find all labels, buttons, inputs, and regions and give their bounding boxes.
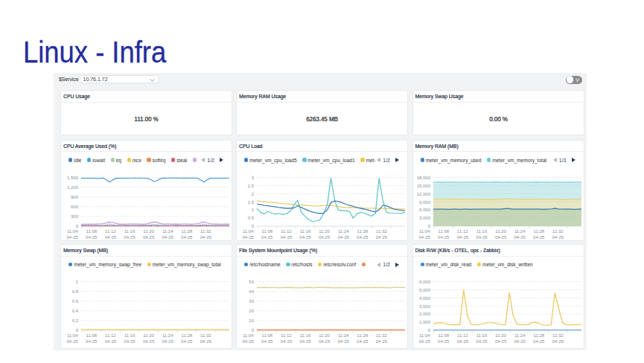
svg-text:04-25: 04-25 — [67, 235, 79, 240]
svg-text:12,000: 12,000 — [416, 191, 430, 196]
svg-text:0: 0 — [427, 224, 430, 228]
svg-text:1.5: 1.5 — [248, 199, 255, 204]
svg-text:11:24: 11:24 — [338, 229, 349, 234]
svg-text:11:28: 11:28 — [182, 333, 193, 338]
svg-text:11:32: 11:32 — [200, 333, 211, 338]
svg-text:11:12: 11:12 — [457, 333, 468, 338]
svg-text:11:12: 11:12 — [105, 333, 116, 338]
svg-text:11:04: 11:04 — [67, 229, 78, 234]
svg-text:30: 30 — [249, 299, 254, 303]
svg-text:1,500: 1,500 — [67, 175, 79, 179]
svg-text:11:28: 11:28 — [357, 229, 369, 234]
svg-text:04-25: 04-25 — [86, 235, 98, 240]
svg-text:20: 20 — [249, 309, 254, 313]
svg-text:04-25: 04-25 — [124, 235, 136, 240]
svg-text:11:08: 11:08 — [438, 229, 449, 234]
svg-text:11:20: 11:20 — [495, 333, 506, 338]
svg-text:1,000: 1,000 — [418, 320, 430, 324]
svg-text:04-25: 04-25 — [418, 339, 430, 344]
svg-text:11:04: 11:04 — [243, 333, 254, 338]
svg-text:11:32: 11:32 — [376, 333, 387, 338]
svg-text:04-25: 04-25 — [200, 235, 212, 240]
svg-text:04-25: 04-25 — [281, 339, 293, 344]
svg-text:2.5: 2.5 — [248, 183, 255, 187]
svg-text:0: 0 — [76, 328, 79, 333]
svg-text:11:12: 11:12 — [457, 229, 468, 234]
svg-text:1: 1 — [252, 208, 255, 212]
svg-text:900: 900 — [71, 194, 79, 199]
svg-text:11:16: 11:16 — [476, 229, 487, 234]
svg-text:11:08: 11:08 — [86, 229, 98, 234]
svg-text:11:24: 11:24 — [514, 229, 525, 234]
svg-text:04-25: 04-25 — [438, 339, 450, 344]
svg-text:11:24: 11:24 — [162, 333, 173, 338]
svg-text:04-25: 04-25 — [67, 339, 79, 344]
svg-text:40: 40 — [249, 289, 254, 294]
svg-text:6,000: 6,000 — [418, 280, 430, 284]
svg-text:3,000: 3,000 — [418, 216, 430, 220]
svg-text:300: 300 — [71, 214, 79, 219]
svg-text:04-25: 04-25 — [162, 235, 174, 240]
svg-text:04-25: 04-25 — [376, 339, 388, 344]
svg-text:04-25: 04-25 — [200, 339, 212, 344]
svg-text:04-25: 04-25 — [494, 339, 506, 344]
svg-text:11:32: 11:32 — [376, 229, 387, 234]
svg-text:11:28: 11:28 — [182, 229, 193, 234]
svg-text:04-25: 04-25 — [105, 235, 117, 240]
svg-text:2: 2 — [252, 191, 255, 196]
svg-text:11:20: 11:20 — [319, 229, 330, 234]
svg-text:0: 0 — [252, 224, 255, 228]
svg-text:04-25: 04-25 — [261, 235, 273, 240]
svg-text:1,200: 1,200 — [67, 184, 79, 189]
svg-text:11:16: 11:16 — [124, 229, 136, 234]
svg-text:04-25: 04-25 — [181, 235, 193, 240]
svg-text:04-25: 04-25 — [243, 235, 255, 240]
svg-text:11:04: 11:04 — [67, 333, 78, 338]
svg-text:04-25: 04-25 — [438, 235, 450, 240]
svg-text:4,000: 4,000 — [418, 296, 430, 301]
svg-text:11:16: 11:16 — [476, 333, 487, 338]
svg-text:15,000: 15,000 — [416, 183, 430, 187]
svg-text:11:28: 11:28 — [533, 333, 544, 338]
svg-text:04-25: 04-25 — [418, 235, 430, 240]
svg-text:0.4: 0.4 — [72, 309, 79, 313]
svg-text:11:16: 11:16 — [300, 333, 311, 338]
svg-text:0.5: 0.5 — [248, 216, 255, 220]
svg-text:11:16: 11:16 — [124, 333, 136, 338]
svg-text:04-25: 04-25 — [162, 339, 174, 344]
svg-text:9,000: 9,000 — [418, 199, 430, 204]
svg-text:04-25: 04-25 — [456, 339, 468, 344]
svg-text:6,000: 6,000 — [418, 208, 430, 212]
svg-text:0: 0 — [252, 328, 255, 333]
svg-text:11:20: 11:20 — [143, 333, 154, 338]
svg-text:04-25: 04-25 — [357, 339, 369, 344]
svg-text:04-25: 04-25 — [514, 339, 526, 344]
svg-text:04-25: 04-25 — [456, 235, 468, 240]
svg-text:04-25: 04-25 — [105, 339, 117, 344]
svg-text:04-25: 04-25 — [338, 339, 350, 344]
svg-text:04-25: 04-25 — [181, 339, 193, 344]
svg-text:04-25: 04-25 — [376, 235, 388, 240]
svg-text:04-25: 04-25 — [319, 235, 331, 240]
svg-text:04-25: 04-25 — [533, 235, 545, 240]
svg-text:04-25: 04-25 — [476, 235, 488, 240]
svg-text:11:08: 11:08 — [438, 333, 449, 338]
svg-text:04-25: 04-25 — [261, 339, 273, 344]
svg-text:11:08: 11:08 — [262, 229, 273, 234]
svg-text:11:32: 11:32 — [552, 333, 564, 338]
svg-text:04-25: 04-25 — [476, 339, 488, 344]
svg-text:1: 1 — [76, 280, 79, 284]
svg-text:04-25: 04-25 — [338, 235, 350, 240]
svg-text:11:12: 11:12 — [281, 229, 292, 234]
svg-text:04-25: 04-25 — [357, 235, 369, 240]
svg-text:11:12: 11:12 — [105, 229, 116, 234]
svg-text:04-25: 04-25 — [514, 235, 526, 240]
svg-text:11:28: 11:28 — [533, 229, 544, 234]
svg-text:600: 600 — [71, 205, 79, 209]
svg-text:11:32: 11:32 — [200, 229, 211, 234]
svg-text:04-25: 04-25 — [299, 235, 311, 240]
svg-text:11:28: 11:28 — [357, 333, 369, 338]
svg-text:11:20: 11:20 — [495, 229, 506, 234]
svg-text:5,000: 5,000 — [418, 288, 430, 292]
svg-text:11:24: 11:24 — [338, 333, 349, 338]
